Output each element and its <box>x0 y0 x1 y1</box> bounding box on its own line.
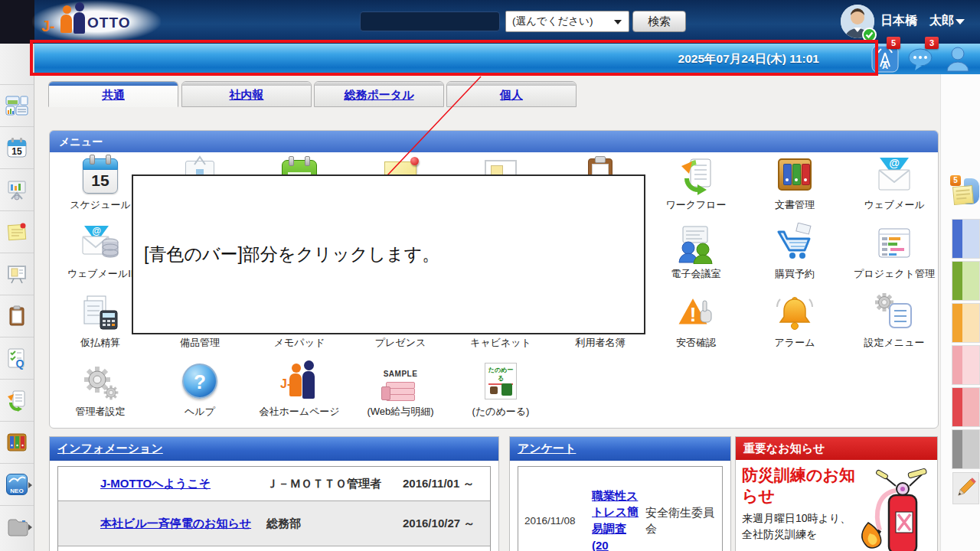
fusen-color-blue[interactable] <box>952 220 979 258</box>
blue-date-bar[interactable]: 2025年07月24日(木) 11:01 A 5 3 <box>34 44 980 75</box>
sidebar-item-schedule[interactable]: 15 <box>0 126 34 169</box>
tab-label: 個人 <box>500 88 523 103</box>
annotation-text: [青色のバー]部分をクリックします。 <box>133 243 439 266</box>
info-row-date: 2016/10/27 ～ <box>403 517 475 530</box>
expand-arrow-icon[interactable] <box>28 524 32 530</box>
sidebar-item-facility[interactable] <box>0 168 34 211</box>
search-button[interactable]: 検索 <box>632 11 686 32</box>
info-row-link[interactable]: 本社ビル一斉停電のお知らせ <box>100 517 251 530</box>
tab-company-news[interactable]: 社内報 <box>181 81 312 107</box>
menu-item-alarm[interactable]: アラーム <box>749 292 841 350</box>
edit-pencil-button[interactable] <box>952 472 979 504</box>
schedule-mini-icon: 15 <box>5 136 28 159</box>
search-select-value: (選んでください) <box>512 15 593 27</box>
important-headline: 防災訓練のお知らせ <box>742 465 858 507</box>
portal-icon <box>5 94 28 117</box>
sidebar-item-documents[interactable] <box>0 421 34 464</box>
sidebar-item-cabinet[interactable] <box>0 505 34 548</box>
information-table: J-MOTTOへようこそ Ｊ－ＭＯＴＴＯ管理者 2016/11/01 ～ 本社ビ… <box>57 466 491 551</box>
menu-item-documents[interactable]: 文書管理 <box>749 154 841 212</box>
document-binders-icon <box>774 154 815 195</box>
menu-item-settings-menu[interactable]: 設定メニュー <box>848 292 940 350</box>
webmail-icon: @ <box>874 154 915 195</box>
menu-item-conference[interactable]: 電子会議室 <box>650 223 742 281</box>
user-menu-caret-icon[interactable] <box>956 19 965 24</box>
tanomeru-logo-icon: たのめーる <box>480 360 521 402</box>
survey-table: 2016/11/08 職業性ストレス簡易調査(20 安全衛生委員会 <box>518 466 723 551</box>
survey-link[interactable]: 職業性ストレス簡易調査(20 <box>592 489 639 551</box>
sidebar-item-circular[interactable] <box>0 253 34 295</box>
menu-item-workflow[interactable]: ワークフロー <box>650 154 742 212</box>
fusen-color-green[interactable] <box>952 262 979 300</box>
expand-arrow-icon[interactable] <box>28 482 32 488</box>
information-title-link[interactable]: インフォメーション <box>57 442 163 455</box>
fusen-color-orange[interactable] <box>952 304 979 342</box>
tab-personal[interactable]: 個人 <box>446 81 577 107</box>
documents-mini-icon <box>5 431 28 454</box>
menu-item-help[interactable]: ? ヘルプ <box>154 360 246 419</box>
jmotto-logo[interactable]: J- OTTO <box>32 1 161 42</box>
info-row-link[interactable]: J-MOTTOへようこそ <box>100 477 211 490</box>
left-sidebar: 15 <box>0 44 34 551</box>
circular-board-icon <box>5 262 28 285</box>
tab-label: 総務ポータル <box>344 88 413 103</box>
logo-person-orange-icon <box>63 5 71 14</box>
tab-label: 共通 <box>102 88 125 103</box>
table-row: 人事異動のお知らせ 総務部 <box>58 546 490 551</box>
menu-item-company-homepage[interactable]: J- 会社ホームページ <box>253 360 345 419</box>
sidebar-item-survey[interactable]: Q <box>0 337 34 380</box>
pencil-icon <box>953 473 978 504</box>
jmotto-portal: J- OTTO (選んでください) 検索 日本橋 太郎 <box>0 0 980 551</box>
sidebar-item-memo[interactable] <box>0 210 34 253</box>
webmail2-icon: @ <box>80 223 121 264</box>
search-category-select[interactable]: (選んでください) <box>505 11 629 32</box>
help-icon: ? <box>179 360 220 402</box>
menu-item-project[interactable]: プロジェクト管理 <box>848 223 940 281</box>
fire-extinguisher-icon <box>842 466 936 551</box>
menu-item-webmail[interactable]: @ ウェブメール <box>848 154 940 212</box>
tab-common[interactable]: 共通 <box>48 81 178 107</box>
chat-icon[interactable] <box>907 47 935 74</box>
sticky-note-shortcut[interactable]: 5 <box>950 174 979 210</box>
sidebar-item-portal[interactable] <box>0 84 34 127</box>
broadcast-antenna-icon[interactable]: A <box>871 45 899 73</box>
svg-text:Q: Q <box>16 357 24 370</box>
logo-suffix: OTTO <box>87 15 130 31</box>
schedule-icon: 15 <box>80 154 121 195</box>
menu-item-safety-confirm[interactable]: ! 安否確認 <box>650 292 742 350</box>
person-icon[interactable] <box>944 45 972 73</box>
gantt-chart-icon <box>874 223 915 264</box>
announce-badge: 5 <box>887 37 900 49</box>
information-panel-header: インフォメーション <box>50 437 498 461</box>
info-row-author: 総務部 <box>266 517 301 530</box>
sidebar-item-neo[interactable]: NEO <box>0 463 34 506</box>
sidebar-item-todo[interactable] <box>0 295 34 337</box>
important-title: 重要なお知らせ <box>743 442 825 455</box>
survey-org: 安全衛生委員会 <box>642 504 722 536</box>
menu-item-purchase[interactable]: 購買予約 <box>749 223 841 281</box>
tab-general-affairs-portal[interactable]: 総務ポータル <box>314 81 444 107</box>
menu-item-tanomeru[interactable]: たのめーる (たのめーる) <box>455 360 547 419</box>
table-row: 2016/11/08 職業性ストレス簡易調査(20 安全衛生委員会 <box>518 467 722 551</box>
conference-icon <box>675 223 717 264</box>
svg-text:15: 15 <box>11 146 22 157</box>
survey-title-link[interactable]: アンケート <box>518 442 576 455</box>
survey-date: 2016/11/08 <box>518 515 592 527</box>
user-name[interactable]: 日本橋 太郎 <box>880 13 954 29</box>
fusen-color-red[interactable] <box>952 388 979 426</box>
fusen-color-pink[interactable] <box>952 346 979 384</box>
sidebar-item-workflow[interactable] <box>0 379 34 422</box>
menu-item-admin-settings[interactable]: 管理者設定 <box>54 360 146 419</box>
expense-calculator-icon <box>80 292 121 333</box>
datetime-text: 2025年07月24日(木) 11:01 <box>678 51 819 67</box>
logo-prefix: J- <box>41 18 55 35</box>
survey-panel-header: アンケート <box>510 437 730 461</box>
chevron-down-icon <box>614 20 622 24</box>
search-input[interactable] <box>360 11 500 31</box>
neo-icon: NEO <box>5 473 28 496</box>
important-notice-panel: 重要なお知らせ 防災訓練のお知らせ 来週月曜日10時より、全社防災訓練を <box>735 436 938 551</box>
menu-item-web-payroll[interactable]: SAMPLE (Web給与明細) <box>354 360 446 419</box>
fusen-color-gray[interactable] <box>952 430 979 468</box>
workflow-mini-icon <box>5 389 28 412</box>
menu-panel-header: メニュー <box>50 131 938 152</box>
